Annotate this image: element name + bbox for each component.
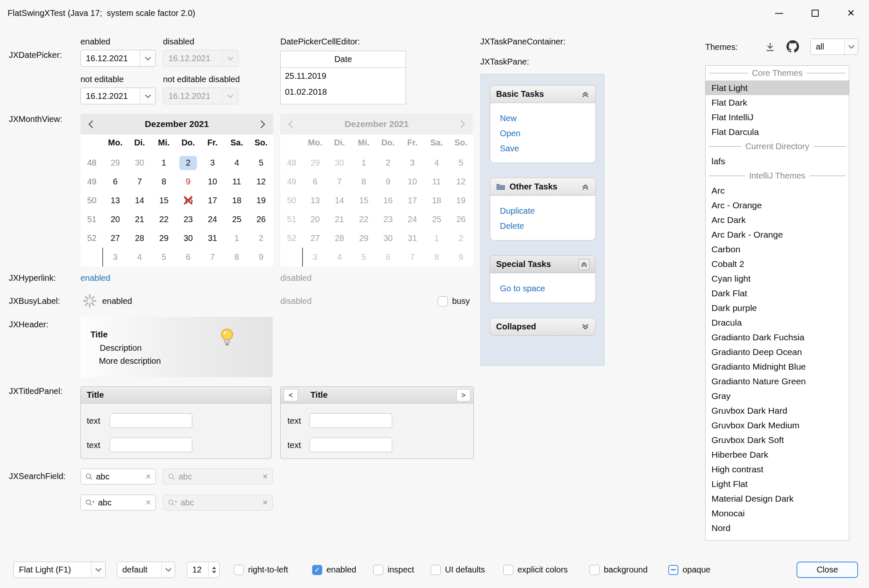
calendar-day[interactable]: 24 [200, 210, 225, 229]
taskpane-item-link[interactable]: Duplicate [500, 203, 595, 218]
theme-item[interactable]: Dark purple [706, 300, 849, 315]
checkbox-box[interactable] [503, 565, 513, 575]
calendar-day[interactable]: 7 [200, 248, 225, 267]
taskpane-item-link[interactable]: Open [500, 126, 595, 141]
checkbox-right-to-left[interactable]: right-to-left [234, 562, 288, 578]
theme-item[interactable]: Material Design Dark [706, 491, 849, 506]
calendar-day[interactable]: 16 [176, 191, 200, 210]
clear-icon[interactable]: ✕ [145, 472, 151, 481]
calendar-day[interactable]: 14 [127, 191, 152, 210]
calendar-day[interactable]: 25 [225, 210, 249, 229]
minimize-button[interactable] [761, 0, 797, 26]
calendar-day[interactable]: 28 [127, 229, 152, 248]
taskpane-header[interactable]: Collapsed [490, 318, 596, 336]
chevron-double-up-icon[interactable] [581, 183, 590, 191]
calendar-day[interactable]: 26 [249, 210, 273, 229]
theme-item[interactable]: Gradianto Nature Green [706, 374, 849, 389]
calendar-day[interactable]: 10 [200, 172, 225, 191]
theme-item[interactable]: Gradianto Dark Fuchsia [706, 330, 849, 345]
theme-item[interactable]: Dark Flat [706, 286, 849, 300]
calendar-day[interactable]: 2 [249, 229, 273, 248]
theme-item[interactable]: High contrast [706, 462, 849, 477]
theme-item[interactable]: Light Flat [706, 477, 849, 491]
checkbox-inspect[interactable]: inspect [373, 562, 414, 578]
calendar-day[interactable]: 13 [103, 191, 127, 210]
theme-item[interactable]: Dracula [706, 315, 849, 330]
checkbox-box[interactable] [668, 565, 678, 575]
calendar-day[interactable]: 3 [200, 153, 225, 172]
calendar-day[interactable]: 31 [200, 229, 225, 248]
calendar-day[interactable]: 20 [103, 210, 127, 229]
github-icon[interactable] [784, 39, 801, 54]
spinner-down-icon[interactable] [212, 571, 216, 573]
theme-item[interactable]: Gruvbox Dark Soft [706, 433, 849, 447]
theme-item[interactable]: Carbon [706, 242, 849, 256]
theme-item[interactable]: Gruvbox Dark Hard [706, 403, 849, 418]
font-size-spinner[interactable]: 12 [187, 562, 220, 578]
table-column-header[interactable]: Date [281, 51, 406, 68]
calendar-day[interactable]: 21 [127, 210, 152, 229]
calendar-day[interactable]: 8 [225, 248, 249, 267]
taskpane-item-link[interactable]: Delete [500, 218, 595, 233]
next-button[interactable]: > [456, 389, 471, 401]
theme-item[interactable]: lafs [706, 154, 849, 168]
taskpane-item-link[interactable]: New [500, 111, 595, 126]
theme-item[interactable]: Arc Dark [706, 212, 849, 227]
checkbox-box[interactable] [234, 565, 244, 575]
theme-item[interactable]: Monocai [706, 506, 849, 521]
calendar-day[interactable]: 9 [176, 172, 200, 191]
combo-dropdown-button[interactable] [91, 562, 105, 578]
calendar-day[interactable]: 6 [103, 172, 127, 191]
chevron-double-up-icon[interactable] [581, 90, 590, 98]
clear-icon[interactable]: ✕ [145, 498, 151, 507]
text-field[interactable] [110, 438, 192, 452]
checkbox-box[interactable] [373, 565, 383, 575]
chevron-double-up-icon[interactable] [579, 259, 590, 270]
previous-month-icon[interactable] [88, 120, 96, 128]
theme-item[interactable]: Flat Darcula [706, 124, 849, 139]
theme-item[interactable]: Nord [706, 521, 849, 535]
calendar-day[interactable]: 30 [176, 229, 200, 248]
calendar-day[interactable]: 8 [152, 172, 176, 191]
theme-item[interactable]: Flat Light [706, 80, 849, 95]
theme-item[interactable]: Arc - Orange [706, 198, 849, 212]
busy-checkbox[interactable]: busy [438, 293, 470, 309]
text-field[interactable] [110, 413, 192, 428]
calendar-day[interactable]: 12 [249, 172, 273, 191]
celleditor-row[interactable]: 25.11.2019 [281, 68, 406, 84]
celleditor-row[interactable]: 01.02.2018 [281, 84, 406, 100]
calendar-day[interactable]: 29 [103, 153, 127, 172]
calendar-day[interactable]: 22 [152, 210, 176, 229]
spinner-up-icon[interactable] [212, 567, 216, 569]
theme-item[interactable]: Gradianto Midnight Blue [706, 359, 849, 374]
theme-item[interactable]: Cyan light [706, 271, 849, 286]
search-field[interactable]: ✕ [80, 469, 156, 484]
checkbox-box[interactable]: ✓ [312, 565, 322, 575]
calendar-day[interactable]: 5 [152, 248, 176, 267]
calendar-day[interactable]: 17 [200, 191, 225, 210]
checkbox-box[interactable] [431, 565, 441, 575]
themes-filter-combo[interactable]: all [810, 39, 858, 55]
combo-dropdown-button[interactable] [161, 562, 175, 578]
calendar-day[interactable]: 9 [249, 248, 273, 267]
search-field-with-menu[interactable]: ✕ [80, 495, 156, 510]
calendar-day[interactable]: 18 [225, 191, 249, 210]
theme-item[interactable]: Cobalt 2 [706, 256, 849, 271]
datepicker-enabled[interactable]: 16.12.2021 [80, 50, 156, 67]
calendar-day[interactable]: 1 [152, 153, 176, 172]
theme-item[interactable]: Gray [706, 389, 849, 403]
close-window-button[interactable]: ✕ [833, 0, 869, 26]
theme-item[interactable]: Flat IntelliJ [706, 110, 849, 124]
close-button[interactable]: Close [797, 562, 858, 578]
text-field[interactable] [310, 413, 392, 428]
maximize-button[interactable] [797, 0, 833, 26]
download-icon[interactable] [762, 40, 778, 54]
checkbox-ui-defaults[interactable]: UI defaults [431, 562, 485, 578]
datepicker-dropdown-button[interactable] [140, 50, 155, 66]
theme-item[interactable]: Gradianto Deep Ocean [706, 345, 849, 359]
style-combo[interactable]: default [117, 562, 175, 578]
taskpane-item-link[interactable]: Save [500, 141, 595, 156]
theme-item[interactable]: Arc Dark - Orange [706, 227, 849, 242]
checkbox-explicit-colors[interactable]: explicit colors [503, 562, 568, 578]
search-input[interactable] [96, 472, 142, 482]
